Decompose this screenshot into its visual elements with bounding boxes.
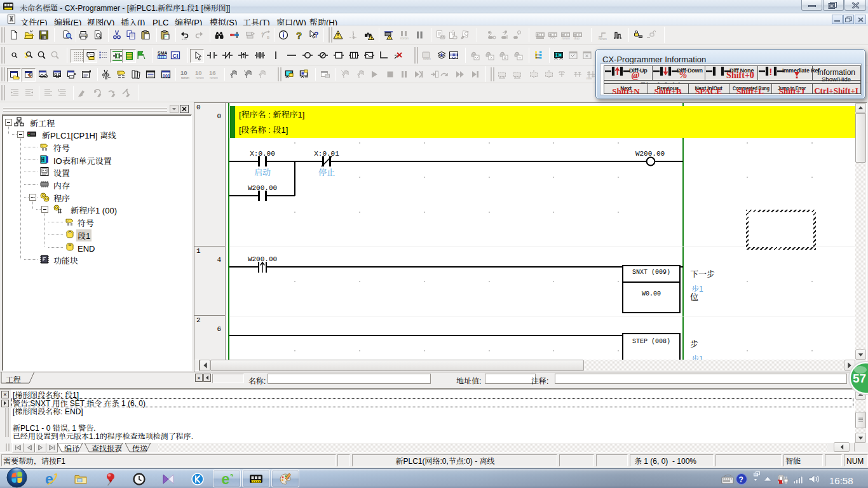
svg-text:!: !	[770, 66, 773, 76]
svg-text:roron: roron	[210, 75, 218, 79]
svg-text:?: ?	[296, 30, 302, 40]
svg-text:roron: roron	[400, 36, 409, 41]
svg-text:roron: roron	[562, 36, 570, 41]
svg-text:e: e	[222, 472, 230, 486]
svg-text:CI: CI	[173, 51, 179, 60]
svg-text:SMA: SMA	[158, 50, 167, 56]
svg-text:001: 001	[163, 72, 170, 79]
svg-text:roron: roron	[181, 75, 189, 79]
svg-text:B: B	[267, 34, 269, 40]
svg-text:dup: dup	[574, 36, 580, 41]
svg-text:mm: mm	[587, 76, 592, 80]
svg-text:A: A	[261, 30, 264, 36]
svg-text:roron: roron	[423, 56, 431, 60]
svg-text:?: ?	[739, 473, 743, 484]
svg-text:roron: roron	[196, 75, 204, 79]
svg-text:?: ?	[314, 30, 318, 39]
svg-text:57: 57	[853, 369, 866, 386]
svg-text:roron: roron	[599, 36, 607, 41]
